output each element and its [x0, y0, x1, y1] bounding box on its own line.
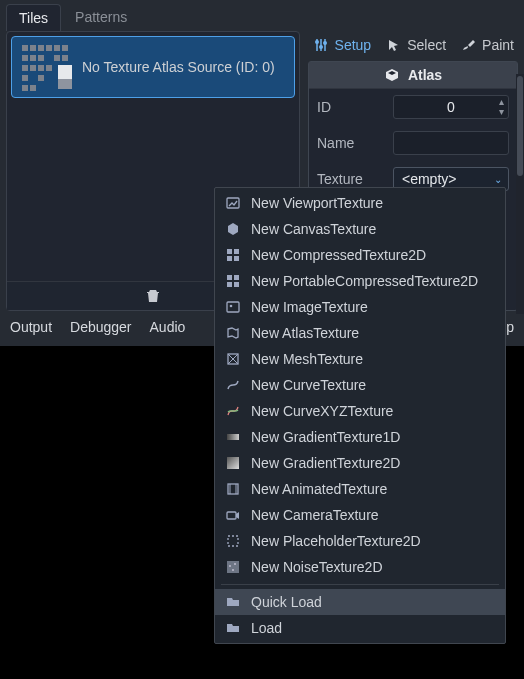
menu-new-curvetexture[interactable]: New CurveTexture [215, 372, 505, 398]
tab-patterns[interactable]: Patterns [63, 4, 139, 31]
svg-rect-21 [229, 565, 231, 567]
menu-new-viewporttexture[interactable]: New ViewportTexture [215, 190, 505, 216]
menu-label: New PlaceholderTexture2D [251, 533, 421, 549]
svg-rect-9 [234, 275, 239, 280]
tileset-source-item[interactable]: No Texture Atlas Source (ID: 0) [11, 36, 295, 98]
grid-icon [225, 273, 241, 289]
folder-icon [225, 620, 241, 636]
menu-new-gradienttexture2d[interactable]: New GradientTexture2D [215, 450, 505, 476]
svg-rect-12 [227, 302, 239, 312]
menu-new-canvastexture[interactable]: New CanvasTexture [215, 216, 505, 242]
menu-label: New CameraTexture [251, 507, 379, 523]
svg-rect-16 [227, 457, 239, 469]
bottom-tab-debugger[interactable]: Debugger [70, 319, 132, 335]
bottom-tab-truncated[interactable]: p [506, 319, 514, 335]
menu-new-portablecompressedtexture2d[interactable]: New PortableCompressedTexture2D [215, 268, 505, 294]
svg-rect-6 [227, 256, 232, 261]
mode-select-label: Select [407, 37, 446, 53]
bottom-tab-output[interactable]: Output [10, 319, 52, 335]
menu-new-meshtexture[interactable]: New MeshTexture [215, 346, 505, 372]
menu-label: New AnimatedTexture [251, 481, 387, 497]
image-icon [225, 299, 241, 315]
menu-new-imagetexture[interactable]: New ImageTexture [215, 294, 505, 320]
menu-label: New GradientTexture2D [251, 455, 400, 471]
name-label: Name [317, 135, 387, 151]
svg-point-0 [315, 40, 319, 44]
texture-label: Texture [317, 171, 387, 187]
menu-label: New ViewportTexture [251, 195, 383, 211]
cube-icon [225, 221, 241, 237]
spinner-icon[interactable]: ▴▾ [499, 97, 504, 117]
svg-rect-8 [227, 275, 232, 280]
menu-label: New CurveTexture [251, 377, 366, 393]
menu-label: New CompressedTexture2D [251, 247, 426, 263]
id-field[interactable]: 0 ▴▾ [393, 95, 509, 119]
menu-label: New NoiseTexture2D [251, 559, 383, 575]
menu-label: Quick Load [251, 594, 322, 610]
menu-new-gradienttexture1d[interactable]: New GradientTexture1D [215, 424, 505, 450]
atlas-header-label: Atlas [408, 67, 442, 83]
menu-new-compressedtexture2d[interactable]: New CompressedTexture2D [215, 242, 505, 268]
svg-rect-20 [227, 561, 239, 573]
bottom-tab-audio[interactable]: Audio [150, 319, 186, 335]
menu-new-noisetexture2d[interactable]: New NoiseTexture2D [215, 554, 505, 580]
brush-icon [460, 37, 476, 53]
svg-rect-4 [227, 249, 232, 254]
menu-new-animatedtexture[interactable]: New AnimatedTexture [215, 476, 505, 502]
menu-new-cameratexture[interactable]: New CameraTexture [215, 502, 505, 528]
cursor-icon [385, 37, 401, 53]
grid-icon [225, 247, 241, 263]
image-icon [225, 195, 241, 211]
mesh-icon [225, 351, 241, 367]
menu-new-curvexyztexture[interactable]: New CurveXYZTexture [215, 398, 505, 424]
menu-separator [221, 584, 499, 585]
map-icon [225, 325, 241, 341]
menu-load[interactable]: Load [215, 615, 505, 641]
svg-rect-10 [227, 282, 232, 287]
svg-point-1 [319, 45, 323, 49]
svg-point-13 [230, 305, 233, 308]
trash-icon[interactable] [145, 288, 161, 304]
camera-icon [225, 507, 241, 523]
id-value: 0 [447, 99, 455, 115]
film-icon [225, 481, 241, 497]
placeholder-icon [225, 533, 241, 549]
svg-rect-23 [232, 569, 234, 571]
mode-setup-label: Setup [335, 37, 372, 53]
mode-setup-button[interactable]: Setup [313, 37, 372, 53]
menu-label: New AtlasTexture [251, 325, 359, 341]
menu-label: New MeshTexture [251, 351, 363, 367]
svg-rect-18 [227, 512, 236, 519]
texture-value: <empty> [402, 171, 456, 187]
gradient-icon [225, 429, 241, 445]
curve-icon [225, 377, 241, 393]
chevron-down-icon: ⌄ [494, 174, 502, 185]
tab-tiles[interactable]: Tiles [6, 4, 61, 31]
svg-rect-11 [234, 282, 239, 287]
gradient-icon [225, 455, 241, 471]
noise-icon [225, 559, 241, 575]
svg-rect-19 [228, 536, 238, 546]
right-scrollbar[interactable] [516, 74, 524, 314]
menu-label: New CanvasTexture [251, 221, 376, 237]
menu-label: New ImageTexture [251, 299, 368, 315]
name-field[interactable] [393, 131, 509, 155]
mode-paint-button[interactable]: Paint [460, 37, 514, 53]
menu-new-atlastexture[interactable]: New AtlasTexture [215, 320, 505, 346]
svg-rect-3 [227, 198, 239, 208]
atlas-header-icon [384, 67, 400, 83]
menu-label: New GradientTexture1D [251, 429, 400, 445]
svg-point-2 [323, 41, 327, 45]
menu-new-placeholdertexture2d[interactable]: New PlaceholderTexture2D [215, 528, 505, 554]
mode-select-button[interactable]: Select [385, 37, 446, 53]
sliders-icon [313, 37, 329, 53]
menu-label: New PortableCompressedTexture2D [251, 273, 478, 289]
menu-label: Load [251, 620, 282, 636]
folder-icon [225, 594, 241, 610]
source-label: No Texture Atlas Source (ID: 0) [82, 59, 275, 75]
atlas-thumbnail-icon [22, 45, 72, 89]
svg-rect-7 [234, 256, 239, 261]
menu-quick-load[interactable]: Quick Load [215, 589, 505, 615]
curve-icon [225, 403, 241, 419]
texture-type-menu: New ViewportTexture New CanvasTexture Ne… [214, 187, 506, 644]
